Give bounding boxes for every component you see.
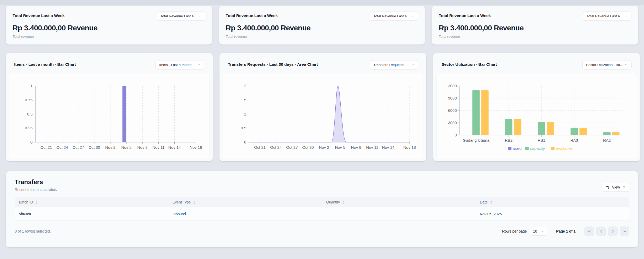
table-footer: 0 of 1 row(s) selected. Rows per page 10…: [15, 227, 629, 236]
svg-text:Nov 5: Nov 5: [121, 145, 131, 150]
pagination-controls: Rows per page 10 Page 1 of 1: [502, 227, 629, 236]
cell-batch-id: 5b63ca: [15, 207, 168, 221]
revenue-card-2: Total Revenue Last a Week Total Revenue …: [219, 6, 425, 45]
revenue-amount: Rp 3.400.000,00 Revenue: [226, 24, 418, 32]
chart-header: Items - Last a month - Bar Chart Items -…: [9, 56, 210, 73]
svg-text:9000: 9000: [448, 96, 457, 100]
view-button[interactable]: View: [602, 183, 629, 192]
page-indicator: Page 1 of 1: [556, 229, 576, 233]
column-label: Date: [480, 200, 488, 204]
svg-text:0.25: 0.25: [25, 126, 33, 130]
column-label: Quantity: [326, 200, 340, 204]
svg-text:RA3: RA3: [570, 138, 578, 142]
chevrons-left-icon: [587, 229, 591, 233]
chart-panel: 00.250.50.751Oct 21Oct 24Oct 27Oct 30Nov…: [9, 73, 210, 159]
sort-icon: [193, 201, 196, 204]
svg-text:capacity: capacity: [530, 146, 545, 151]
chart-select-value: Transfers Requests -...: [373, 63, 409, 67]
items-bar-chart-card: Items - Last a month - Bar Chart Items -…: [6, 53, 213, 161]
svg-text:0: 0: [30, 140, 33, 144]
svg-text:Nov 14: Nov 14: [168, 145, 181, 150]
svg-text:Nov 2: Nov 2: [319, 145, 329, 150]
chevron-left-icon: [599, 229, 603, 233]
table-subtitle: Recent transfers activities: [15, 188, 57, 192]
chart-select[interactable]: Transfers Requests -...: [370, 60, 418, 69]
svg-text:Oct 21: Oct 21: [254, 145, 266, 150]
chart-title: Sector Utilization - Bar Chart: [442, 62, 497, 67]
column-header-date[interactable]: Date: [476, 197, 629, 207]
table-row[interactable]: 5b63ca Inbound - Nov 05, 2025: [15, 207, 629, 221]
chart-select[interactable]: Sector Utilization - Ba...: [582, 60, 632, 69]
rows-per-page: Rows per page 10: [502, 227, 547, 236]
charts-row: Items - Last a month - Bar Chart Items -…: [6, 53, 638, 161]
sector-utilization-chart-card: Sector Utilization - Bar Chart Sector Ut…: [433, 53, 640, 161]
chart-panel: 00.511.52Oct 21Oct 24Oct 27Oct 30Nov 2No…: [223, 73, 423, 159]
svg-text:RB1: RB1: [538, 138, 545, 142]
revenue-card-title: Total Revenue Last a Week: [439, 13, 491, 18]
svg-text:used: used: [513, 146, 522, 151]
cell-event-type: Inbound: [168, 207, 322, 221]
card-header: Total Revenue Last a Week Total Revenue …: [226, 13, 418, 21]
svg-text:2: 2: [244, 84, 246, 88]
table-headline: Transfers Recent transfers activities Vi…: [15, 178, 629, 192]
view-button-label: View: [612, 185, 620, 189]
svg-text:Nov 8: Nov 8: [351, 145, 361, 150]
previous-page-button[interactable]: [596, 227, 606, 236]
revenue-amount: Rp 3.400.000,00 Revenue: [439, 24, 631, 32]
svg-text:Oct 24: Oct 24: [56, 145, 68, 150]
chevron-down-icon: [624, 14, 628, 18]
chart-header: Transfers Requests - Last 30 days - Area…: [223, 56, 423, 73]
chart-title: Transfers Requests - Last 30 days - Area…: [228, 62, 318, 67]
chevrons-right-icon: [623, 229, 627, 233]
sort-icon: [342, 201, 345, 204]
dashboard-page: Total Revenue Last a Week Total Revenue …: [0, 0, 644, 253]
sort-icon: [490, 201, 493, 204]
table-title-block: Transfers Recent transfers activities: [15, 178, 57, 192]
revenue-cards-row: Total Revenue Last a Week Total Revenue …: [6, 6, 638, 45]
revenue-range-select-value: Total Revenue Last a...: [587, 14, 623, 18]
chevron-right-icon: [611, 229, 615, 233]
svg-text:Oct 30: Oct 30: [302, 145, 314, 150]
svg-text:12000: 12000: [446, 84, 457, 88]
svg-text:Nov 18: Nov 18: [403, 145, 416, 150]
svg-text:0.5: 0.5: [27, 112, 33, 116]
chevron-down-icon: [198, 14, 202, 18]
column-header-event-type[interactable]: Event Type: [168, 197, 322, 207]
column-header-quantity[interactable]: Quantity: [322, 197, 476, 207]
pager-buttons: [584, 227, 629, 236]
sort-icon: [35, 201, 38, 204]
chart-select-value: Items - Last a month -..: [159, 63, 196, 67]
svg-text:RA2: RA2: [603, 138, 611, 142]
cell-date: Nov 05, 2025: [476, 207, 629, 221]
revenue-range-select[interactable]: Total Revenue Last a...: [583, 12, 631, 21]
rows-per-page-select[interactable]: 10: [530, 227, 547, 236]
svg-text:Oct 24: Oct 24: [270, 145, 282, 150]
svg-text:0.5: 0.5: [241, 126, 246, 130]
svg-text:Nov 11: Nov 11: [366, 145, 378, 150]
last-page-button[interactable]: [620, 227, 629, 236]
next-page-button[interactable]: [608, 227, 618, 236]
revenue-range-select[interactable]: Total Revenue Last a...: [370, 12, 418, 21]
svg-text:0: 0: [244, 140, 246, 144]
svg-text:3000: 3000: [448, 120, 457, 125]
revenue-range-select[interactable]: Total Revenue Last a...: [157, 12, 205, 21]
chevron-down-icon: [411, 63, 414, 67]
revenue-subtitle: Total revenue: [226, 35, 418, 39]
revenue-range-select-value: Total Revenue Last a...: [373, 14, 410, 18]
revenue-card-title: Total Revenue Last a Week: [13, 13, 65, 18]
table-title: Transfers: [15, 178, 57, 186]
first-page-button[interactable]: [584, 227, 594, 236]
svg-text:Nov 11: Nov 11: [152, 145, 164, 150]
transfers-area-chart-card: Transfers Requests - Last 30 days - Area…: [219, 53, 426, 161]
chart-select[interactable]: Items - Last a month -..: [155, 60, 204, 69]
sector-utilization-chart: 030006000900012000Gudang UtamaRB2RB1RA3R…: [437, 73, 637, 159]
svg-text:Nov 18: Nov 18: [190, 145, 202, 150]
revenue-card-1: Total Revenue Last a Week Total Revenue …: [6, 6, 212, 45]
revenue-subtitle: Total revenue: [13, 35, 205, 39]
chart-header: Sector Utilization - Bar Chart Sector Ut…: [436, 56, 637, 73]
svg-text:Oct 21: Oct 21: [40, 145, 52, 150]
column-label: Batch ID: [19, 200, 33, 204]
items-bar-chart: 00.250.50.751Oct 21Oct 24Oct 27Oct 30Nov…: [9, 73, 209, 159]
svg-text:available: available: [556, 146, 572, 151]
column-header-batch-id[interactable]: Batch ID: [15, 197, 168, 207]
